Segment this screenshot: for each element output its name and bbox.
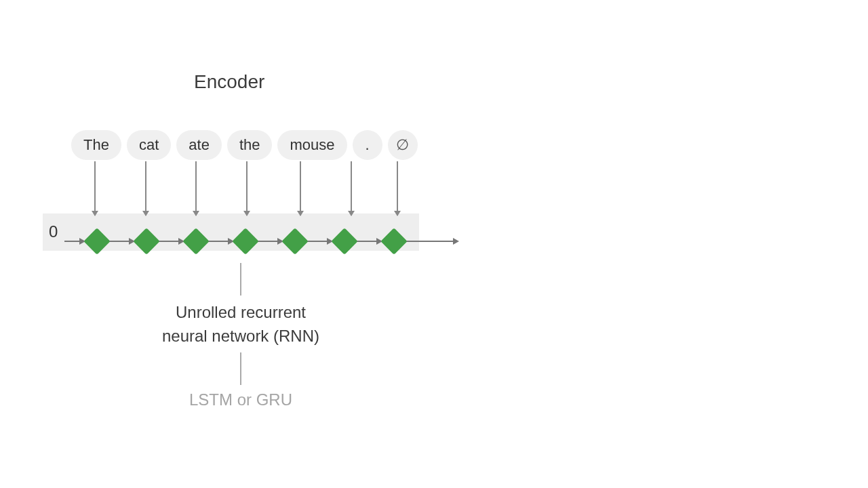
rnn-node [281,228,309,255]
arrow-icon [108,238,135,245]
token-mouse: mouse [277,130,347,160]
encoder-title: Encoder [194,71,264,93]
rnn-node [133,228,160,255]
arrow-icon [158,238,184,245]
token-period: . [353,130,382,160]
token-ate: ate [176,130,222,160]
rnn-node [182,228,210,255]
down-arrow-icon [246,161,248,216]
arrow-icon [257,238,283,245]
rnn-node [380,228,408,255]
rnn-caption: Unrolled recurrent neural network (RNN) [156,301,326,348]
rnn-chain [64,232,459,251]
rnn-subcaption: LSTM or GRU [156,390,326,409]
rnn-node [83,228,111,255]
arrow-out-icon [406,238,459,245]
token-cat: cat [127,130,171,160]
rnn-node [232,228,259,255]
down-arrow-icon [300,161,301,216]
down-arrow-icon [397,161,398,216]
down-arrow-icon [145,161,146,216]
token-the: The [71,130,121,160]
down-arrow-icon [94,161,96,216]
token-the2: the [227,130,273,160]
arrow-icon [307,238,333,245]
token-end: ∅ [388,130,418,160]
initial-state-label: 0 [49,222,58,241]
rnn-node [331,228,358,255]
arrow-icon [208,238,234,245]
down-arrow-icon [351,161,352,216]
arrow-icon [64,238,85,245]
connector-line [240,352,241,385]
connector-line [240,263,241,296]
arrow-icon [356,238,382,245]
down-arrow-icon [195,161,197,216]
token-row: The cat ate the mouse . ∅ [71,130,418,160]
